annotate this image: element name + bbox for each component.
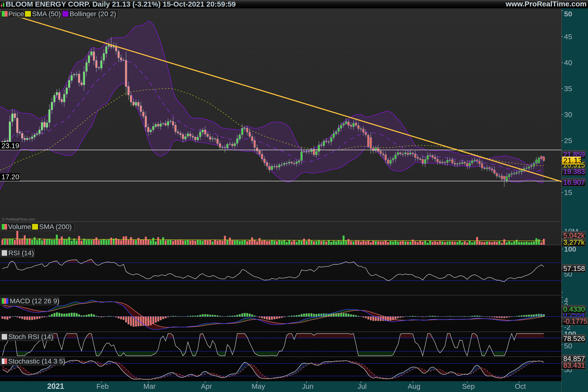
svg-text:23.19: 23.19 bbox=[2, 142, 19, 150]
svg-text:17.20: 17.20 bbox=[2, 173, 19, 181]
svg-text:MACD (12 26 9): MACD (12 26 9) bbox=[10, 297, 59, 305]
svg-text:25: 25 bbox=[564, 136, 572, 144]
svg-text:40: 40 bbox=[564, 58, 572, 67]
svg-text:BLOOM ENERGY CORP. Daily 21.13: BLOOM ENERGY CORP. Daily 21.13 (-3.21%) … bbox=[6, 0, 236, 8]
svg-text:35: 35 bbox=[564, 84, 572, 92]
svg-text:www.ProRealTime.com: www.ProRealTime.com bbox=[506, 0, 586, 8]
svg-text:30: 30 bbox=[564, 110, 572, 118]
svg-text:Bollinger (20 2): Bollinger (20 2) bbox=[70, 10, 116, 18]
svg-text:50: 50 bbox=[564, 10, 572, 18]
svg-text:RSI (14): RSI (14) bbox=[8, 249, 34, 257]
svg-text:SMA (50): SMA (50) bbox=[32, 10, 61, 18]
svg-text:78.526: 78.526 bbox=[563, 335, 585, 342]
svg-text:Volume: Volume bbox=[8, 223, 31, 230]
svg-text:Stochastic (14 3 5): Stochastic (14 3 5) bbox=[8, 358, 65, 365]
svg-text:-0.1775: -0.1775 bbox=[563, 317, 587, 325]
svg-text:Feb: Feb bbox=[96, 382, 109, 390]
svg-text:Jun: Jun bbox=[302, 382, 314, 390]
svg-text:2021: 2021 bbox=[47, 382, 64, 390]
svg-text:Price: Price bbox=[8, 10, 24, 18]
svg-text:Jul: Jul bbox=[358, 382, 366, 390]
svg-text:57.158: 57.158 bbox=[563, 264, 585, 272]
svg-text:45: 45 bbox=[564, 32, 572, 41]
svg-text:16.907: 16.907 bbox=[563, 178, 585, 186]
svg-text:83.431: 83.431 bbox=[563, 362, 585, 369]
svg-text:0.4330: 0.4330 bbox=[563, 305, 585, 313]
svg-text:19.383: 19.383 bbox=[563, 168, 585, 176]
svg-text:SMA (200): SMA (200) bbox=[39, 223, 72, 230]
svg-text:50: 50 bbox=[564, 342, 572, 350]
svg-text:Aug: Aug bbox=[408, 382, 420, 390]
svg-text:Mar: Mar bbox=[143, 382, 156, 390]
svg-text:15: 15 bbox=[564, 188, 572, 196]
svg-text:Oct: Oct bbox=[515, 382, 526, 390]
svg-text:Apr: Apr bbox=[201, 382, 212, 390]
svg-text:Stoch RSI (14): Stoch RSI (14) bbox=[8, 333, 54, 340]
svg-text:© ProRealTime.com: © ProRealTime.com bbox=[2, 217, 35, 221]
svg-text:May: May bbox=[252, 382, 265, 390]
svg-text:100: 100 bbox=[564, 245, 576, 253]
svg-text:Sep: Sep bbox=[462, 382, 475, 390]
svg-text:21.13: 21.13 bbox=[563, 156, 582, 165]
